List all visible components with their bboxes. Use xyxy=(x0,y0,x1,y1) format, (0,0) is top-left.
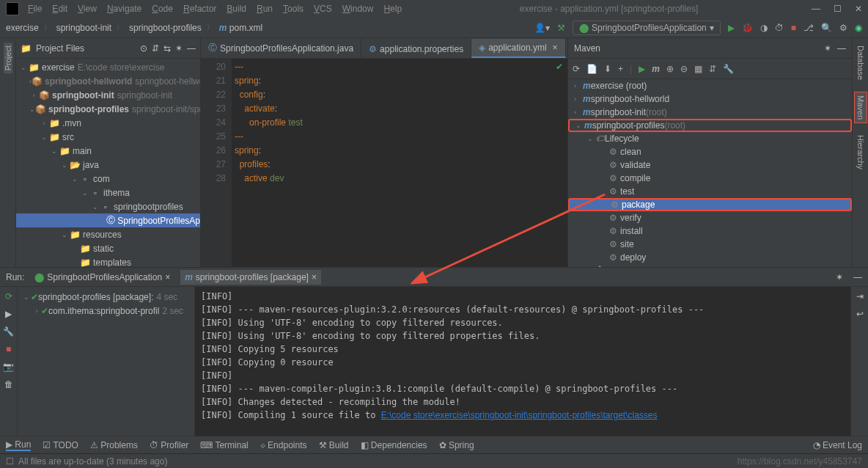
run-tab-package[interactable]: mspringboot-profiles [package]× xyxy=(180,270,321,285)
tree-node[interactable]: ›📁.mvn xyxy=(16,116,200,130)
tree-node[interactable]: ›📦springboot-hellworldspringboot-hellwo xyxy=(16,74,200,88)
bottom-tab-dependencies[interactable]: ◧ Dependencies xyxy=(361,440,427,450)
maven-node[interactable]: ⚙ site xyxy=(568,238,852,251)
menu-vcs[interactable]: VCS xyxy=(309,2,336,15)
tab-project[interactable]: Project xyxy=(4,43,12,73)
console-output[interactable]: [INFO] [INFO] --- maven-resources-plugin… xyxy=(195,287,850,436)
maven-node[interactable]: ⌄m springboot-profiles (root) xyxy=(568,119,852,132)
tree-node[interactable]: ⌄📂java xyxy=(16,158,200,172)
stop-icon[interactable]: ■ xyxy=(791,23,796,33)
bottom-tab-problems[interactable]: ⚠ Problems xyxy=(90,440,138,450)
maximize-icon[interactable]: ☐ xyxy=(834,4,842,14)
maven-node[interactable]: ›m exercise (root) xyxy=(568,79,852,92)
event-log[interactable]: ◔ Event Log xyxy=(813,440,862,450)
run-tab-app[interactable]: ⬤SpringbootProfilesApplication× xyxy=(34,272,170,282)
tree-node[interactable]: ⌄▫com xyxy=(16,172,200,186)
debug-icon[interactable]: 🐞 xyxy=(742,23,753,33)
offline-icon[interactable]: ⊖ xyxy=(680,64,688,74)
search-icon[interactable]: 🔍 xyxy=(821,23,832,33)
wrap-icon[interactable]: ↩ xyxy=(856,309,864,319)
menu-refactor[interactable]: Refactor xyxy=(179,2,221,15)
tree-node[interactable]: ⌄📁resources xyxy=(16,227,200,241)
bottom-tab-endpoints[interactable]: ⟐ Endpoints xyxy=(260,440,307,450)
rerun-icon[interactable]: ⟳ xyxy=(5,291,12,301)
graph-icon[interactable]: ▦ xyxy=(694,64,702,74)
wrench-icon[interactable]: 🔧 xyxy=(3,326,14,337)
add-icon[interactable]: + xyxy=(618,64,623,74)
attach-icon[interactable]: ▶ xyxy=(5,309,12,319)
maven-node[interactable]: ⚙ compile xyxy=(568,172,852,185)
menu-file[interactable]: File xyxy=(23,2,46,15)
reload-icon[interactable]: ⟳ xyxy=(573,64,580,74)
tree-node[interactable]: ⌄▫ithema xyxy=(16,186,200,200)
bottom-tab-spring[interactable]: ✿ Spring xyxy=(439,440,474,450)
scroll-icon[interactable]: ⇥ xyxy=(856,291,864,301)
project-panel-title[interactable]: Project Files xyxy=(36,43,136,54)
toggle-icon[interactable]: ⊕ xyxy=(666,64,674,74)
run-tree[interactable]: ⌄✔ springboot-profiles [package]:4 sec›✔… xyxy=(18,287,195,436)
collapse-icon[interactable]: ⇆ xyxy=(163,43,171,54)
wrench-icon[interactable]: 🔧 xyxy=(723,64,734,74)
menu-build[interactable]: Build xyxy=(222,2,251,15)
editor-tab[interactable]: ⚙application.properties xyxy=(361,40,471,58)
menu-help[interactable]: Help xyxy=(379,2,406,15)
close-icon[interactable]: ✕ xyxy=(855,4,862,14)
menu-code[interactable]: Code xyxy=(147,2,177,15)
menu-window[interactable]: Window xyxy=(338,2,378,15)
settings-icon[interactable]: ✶ xyxy=(836,272,843,282)
settings-icon[interactable]: ✶ xyxy=(175,43,183,54)
avatar-icon[interactable]: ◉ xyxy=(855,23,862,33)
coverage-icon[interactable]: ◑ xyxy=(760,23,768,33)
menu-tools[interactable]: Tools xyxy=(279,2,308,15)
maven-node[interactable]: ⚙ verify xyxy=(568,211,852,224)
settings-icon[interactable]: ✶ xyxy=(824,43,831,54)
stop-icon[interactable]: ■ xyxy=(6,344,11,354)
maven-node[interactable]: ›m springboot-hellworld xyxy=(568,92,852,106)
hammer-icon[interactable]: ⚒ xyxy=(557,23,565,33)
menu-run[interactable]: Run xyxy=(252,2,277,15)
tab-maven[interactable]: Maven xyxy=(854,92,867,123)
editor-tab[interactable]: ◈application.yml× xyxy=(471,39,565,58)
camera-icon[interactable]: 📷 xyxy=(3,362,14,372)
breadcrumb-item[interactable]: springboot-profiles xyxy=(129,23,202,33)
hide-icon[interactable]: — xyxy=(853,272,862,282)
tree-node[interactable]: 📁static xyxy=(16,241,200,255)
settings-icon[interactable]: ⚙ xyxy=(839,23,847,33)
profile-icon[interactable]: ⏱ xyxy=(775,23,784,33)
hide-icon[interactable]: — xyxy=(187,43,196,54)
bottom-tab-terminal[interactable]: ⌨ Terminal xyxy=(200,440,248,450)
maven-node[interactable]: ⌄🏷 Lifecycle xyxy=(568,132,852,145)
bottom-tab-run[interactable]: ▶ Run xyxy=(6,439,31,451)
editor-tab[interactable]: ⒸSpringbootProfilesApplication.java xyxy=(201,38,361,58)
run-icon[interactable]: ▶ xyxy=(639,64,645,74)
download-icon[interactable]: ⬇ xyxy=(604,64,611,74)
minimize-icon[interactable]: — xyxy=(812,4,820,14)
maven-node[interactable]: ⚙ test xyxy=(568,185,852,198)
bottom-tab-build[interactable]: ⚒ Build xyxy=(319,440,349,450)
breadcrumb-item[interactable]: exercise xyxy=(6,23,39,33)
select-opened-icon[interactable]: ⊙ xyxy=(140,43,147,54)
vcs-icon[interactable]: ⎇ xyxy=(803,23,814,33)
tab-database[interactable]: Database xyxy=(855,43,867,83)
trash-icon[interactable]: 🗑 xyxy=(4,379,13,390)
menu-view[interactable]: View xyxy=(73,2,101,15)
tree-node[interactable]: ›📦springboot-initspringboot-init xyxy=(16,88,200,102)
user-icon[interactable]: 👤▾ xyxy=(534,23,550,33)
bottom-tab-todo[interactable]: ☑ TODO xyxy=(43,440,78,450)
tree-node[interactable]: ⌄📁main xyxy=(16,144,200,158)
menu-edit[interactable]: Edit xyxy=(48,2,72,15)
m-icon[interactable]: m xyxy=(652,64,660,74)
menu-navigate[interactable]: Navigate xyxy=(103,2,146,15)
tree-node[interactable]: ⌄📁exerciseE:\code store\exercise xyxy=(16,60,200,74)
hide-icon[interactable]: — xyxy=(837,43,846,54)
maven-node[interactable]: ⚙ deploy xyxy=(568,251,852,264)
tree-node[interactable]: ⌄📦springboot-profilesspringboot-init/spr… xyxy=(16,102,200,116)
generate-icon[interactable]: 📄 xyxy=(586,64,597,74)
run-tree-node[interactable]: ›✔ com.ithema:springboot-profil2 sec xyxy=(19,304,193,318)
maven-node[interactable]: ⚙ clean xyxy=(568,145,852,158)
maven-node[interactable]: ⚙ package xyxy=(568,198,852,211)
tab-hierarchy[interactable]: Hierarchy xyxy=(855,132,867,172)
expand-icon[interactable]: ⇵ xyxy=(152,43,159,54)
run-config-selector[interactable]: ⬤SpringbootProfilesApplication▾ xyxy=(573,21,721,35)
breadcrumb-item[interactable]: springboot-init xyxy=(56,23,111,33)
